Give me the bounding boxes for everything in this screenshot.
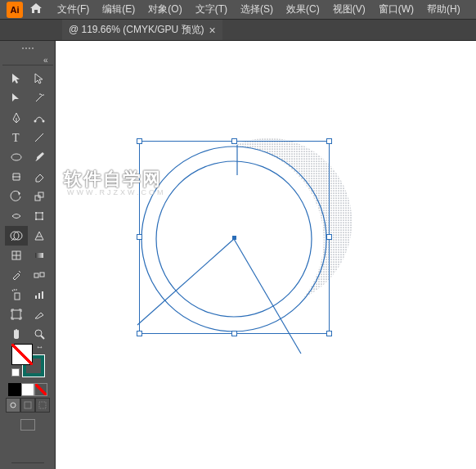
gradient-tool[interactable] — [28, 246, 51, 265]
svg-point-0 — [34, 120, 36, 123]
svg-rect-21 — [42, 291, 43, 299]
watermark-sub: WWW.RJZXW.COM — [67, 188, 165, 196]
menu-object[interactable]: 对象(O) — [141, 1, 188, 18]
document-tab-title: @ 119.66% (CMYK/GPU 预览) — [69, 23, 204, 37]
menu-type[interactable]: 文字(T) — [189, 1, 234, 18]
menu-window[interactable]: 窗口(W) — [372, 1, 420, 18]
svg-point-10 — [35, 219, 37, 220]
svg-point-25 — [11, 403, 16, 408]
free-transform-tool[interactable] — [28, 206, 51, 226]
type-tool[interactable]: T — [5, 128, 28, 147]
menu-help[interactable]: 帮助(H) — [420, 1, 467, 18]
rotate-tool[interactable] — [5, 187, 28, 206]
mesh-tool[interactable] — [5, 246, 28, 265]
eyedropper-tool[interactable] — [5, 265, 28, 285]
svg-rect-5 — [35, 196, 40, 201]
panel-grip[interactable] — [11, 47, 44, 52]
menu-bar: Ai 文件(F) 编辑(E) 对象(O) 文字(T) 选择(S) 效果(C) 视… — [0, 0, 476, 20]
screen-mode-row — [20, 419, 35, 431]
line-tool[interactable] — [28, 128, 51, 147]
width-tool[interactable] — [5, 206, 28, 226]
fill-stroke-indicator[interactable]: ↔ — [11, 344, 44, 377]
shape-builder-tool[interactable] — [5, 226, 28, 246]
draw-modes — [6, 398, 50, 413]
shaper-tool[interactable] — [5, 167, 28, 187]
svg-point-1 — [42, 120, 44, 123]
handle-s[interactable] — [231, 331, 237, 336]
symbol-sprayer-tool[interactable] — [5, 285, 28, 304]
svg-rect-17 — [40, 273, 44, 277]
svg-point-11 — [42, 219, 43, 220]
scale-tool[interactable] — [28, 187, 51, 206]
handle-w[interactable] — [137, 234, 142, 240]
slice-tool[interactable] — [28, 304, 51, 324]
blend-tool[interactable] — [28, 265, 51, 285]
svg-rect-27 — [39, 402, 46, 408]
color-white[interactable] — [21, 383, 34, 396]
draw-inside[interactable] — [35, 398, 50, 413]
tool-panel: « T — [0, 41, 56, 469]
handle-ne[interactable] — [326, 138, 332, 144]
document-tab-bar: @ 119.66% (CMYK/GPU 预览) × — [0, 20, 476, 41]
fill-swatch[interactable] — [11, 344, 33, 365]
panel-footer-grip[interactable] — [11, 462, 44, 469]
ellipse-tool[interactable] — [5, 147, 28, 167]
svg-point-8 — [35, 212, 37, 214]
default-fill-stroke-icon[interactable] — [11, 368, 20, 377]
draw-normal[interactable] — [6, 398, 20, 413]
menu-view[interactable]: 视图(V) — [326, 1, 372, 18]
perspective-tool[interactable] — [28, 226, 51, 246]
svg-rect-6 — [38, 192, 43, 197]
hand-tool[interactable] — [5, 324, 28, 344]
document-tab[interactable]: @ 119.66% (CMYK/GPU 预览) × — [62, 20, 222, 40]
handle-n[interactable] — [231, 138, 237, 144]
menu-edit[interactable]: 编辑(E) — [96, 1, 141, 18]
svg-point-4 — [11, 154, 21, 160]
brush-tool[interactable] — [28, 147, 51, 167]
artboard-tool[interactable] — [5, 304, 28, 324]
home-icon[interactable] — [29, 2, 43, 16]
svg-rect-22 — [12, 310, 20, 318]
color-black[interactable] — [8, 383, 21, 396]
svg-point-23 — [35, 330, 42, 336]
panel-collapse-button[interactable]: « — [2, 56, 53, 65]
svg-point-9 — [42, 212, 43, 214]
svg-rect-26 — [25, 402, 31, 408]
selection-tool[interactable] — [5, 69, 28, 88]
pen-tool[interactable] — [5, 108, 28, 128]
curvature-tool[interactable] — [28, 108, 51, 128]
svg-rect-7 — [36, 213, 43, 219]
selection-center — [232, 236, 236, 240]
magic-wand-tool[interactable] — [28, 88, 51, 108]
app-icon: Ai — [7, 2, 23, 18]
handle-se[interactable] — [326, 331, 332, 336]
handle-nw[interactable] — [137, 138, 142, 144]
zoom-tool[interactable] — [28, 324, 51, 344]
direct-selection-tool[interactable] — [28, 69, 51, 88]
menu-select[interactable]: 选择(S) — [234, 1, 280, 18]
draw-behind[interactable] — [20, 398, 35, 413]
svg-rect-20 — [38, 293, 40, 299]
svg-rect-19 — [35, 295, 37, 299]
svg-rect-18 — [15, 293, 20, 300]
close-icon[interactable]: × — [209, 25, 216, 36]
svg-text:T: T — [12, 132, 20, 144]
eraser-tool[interactable] — [28, 167, 51, 187]
color-mode-row — [8, 383, 47, 396]
swap-fill-stroke-icon[interactable]: ↔ — [36, 342, 44, 351]
svg-line-3 — [35, 133, 43, 142]
menu-effect[interactable]: 效果(C) — [280, 1, 326, 18]
svg-rect-16 — [34, 273, 38, 277]
svg-rect-15 — [35, 253, 43, 258]
handle-e[interactable] — [326, 234, 332, 240]
screen-mode-button[interactable] — [20, 419, 35, 431]
svg-line-24 — [41, 336, 44, 339]
graph-tool[interactable] — [28, 285, 51, 304]
group-selection-tool[interactable] — [5, 88, 28, 108]
canvas[interactable]: 软件自学网 WWW.RJZXW.COM — [56, 41, 476, 469]
handle-sw[interactable] — [137, 331, 142, 336]
menu-file[interactable]: 文件(F) — [51, 1, 96, 18]
color-none[interactable] — [34, 383, 47, 396]
